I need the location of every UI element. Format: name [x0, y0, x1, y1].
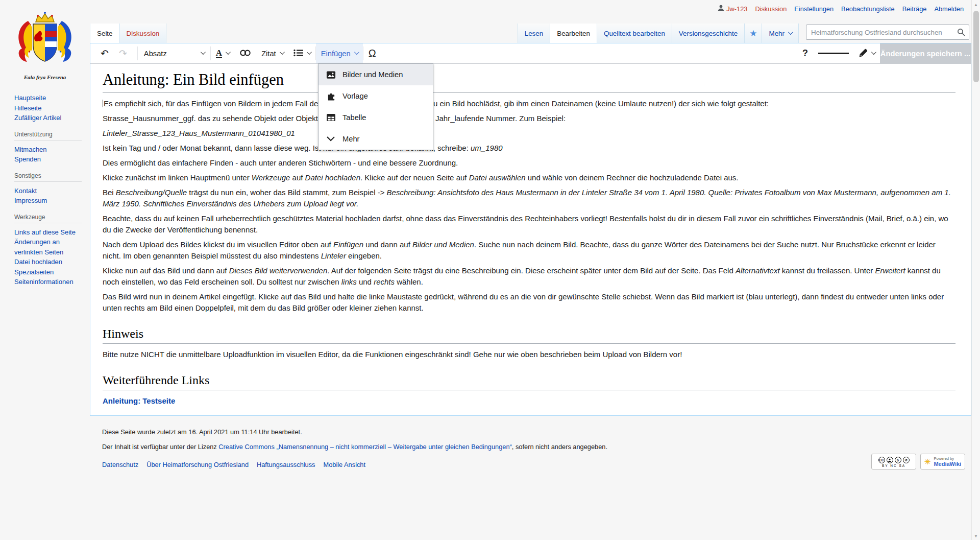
preferences-link[interactable]: Einstellungen [794, 5, 834, 13]
footer-links: Datenschutz Über Heimatforschung Ostfrie… [102, 461, 971, 468]
sidebar-item-datei-hochladen[interactable]: Datei hochladen [14, 257, 85, 267]
logout-link[interactable]: Abmelden [934, 5, 964, 13]
username-link[interactable]: Jw-123 [726, 5, 747, 13]
sidebar-item-seiteninformationen[interactable]: Seiteninformationen [14, 277, 85, 287]
sidebar-item-impressum[interactable]: Impressum [14, 196, 85, 206]
scroll-up-arrow[interactable]: ▲ [972, 0, 980, 7]
puzzle-icon [326, 91, 336, 101]
sidebar-item-links-auf-diese-seite[interactable]: Links auf diese Seite [14, 227, 85, 238]
scrollbar-thumb[interactable] [973, 11, 979, 82]
pencil-icon [859, 49, 868, 59]
chevron-down-icon [871, 50, 876, 55]
page-options-menu-icon[interactable] [813, 43, 854, 63]
text-style-dropdown[interactable]: A [211, 43, 234, 63]
editor-surface[interactable]: Anleitung: Ein Bild einfügen Es empfiehl… [90, 64, 971, 407]
paragraph[interactable]: Bei Beschreibung/Quelle trägst du nun ei… [103, 187, 955, 209]
watch-star-icon[interactable]: ★ [744, 24, 762, 43]
paragraph[interactable]: Strasse_Hausnummer_ggf. das zu sehende O… [103, 113, 955, 124]
tab-mehr[interactable]: Mehr [762, 24, 799, 43]
scroll-down-arrow[interactable]: ▼ [972, 531, 980, 538]
nav-heading: Werkzeuge [14, 214, 82, 223]
search-icon[interactable] [957, 28, 965, 38]
sidebar-item-spenden[interactable]: Spenden [14, 154, 85, 165]
paragraph[interactable]: Bitte nutze NICHT die unmittelbare Uploa… [103, 349, 955, 360]
text-style-icon: A [216, 49, 222, 58]
sidebar-item-spezialseiten[interactable]: Spezialseiten [14, 267, 85, 277]
menu-item-bilder-und-medien[interactable]: Bilder und Medien [318, 64, 433, 85]
tab-quelltext-bearbeiten[interactable]: Quelltext bearbeiten [597, 24, 672, 43]
nav-group-unterstuetzung: Unterstützung Mitmachen Spenden [14, 131, 85, 165]
tab-seite[interactable]: Seite [90, 24, 119, 43]
cite-dropdown[interactable]: Zitat [256, 43, 288, 63]
list-structure-dropdown[interactable] [288, 43, 315, 63]
menu-item-tabelle[interactable]: Tabelle [318, 107, 433, 128]
chevron-down-icon [788, 30, 793, 35]
user-talk-link[interactable]: Diskussion [755, 5, 787, 13]
section-heading-hinweis[interactable]: Hinweis [103, 327, 955, 344]
paragraph[interactable]: Nach dem Upload des Bildes klickst du im… [103, 239, 955, 262]
nav-heading: Unterstützung [14, 131, 82, 140]
footer-link-datenschutz[interactable]: Datenschutz [102, 461, 138, 468]
user-link[interactable]: Jw-123 [718, 5, 747, 13]
watchlist-link[interactable]: Beobachtungsliste [841, 5, 895, 13]
footer-link-ueber[interactable]: Über Heimatforschung Ostfriesland [146, 461, 249, 468]
sidebar: Eala frya Fresena Hauptseite Hilfeseite … [0, 0, 90, 295]
chevron-down-icon [354, 50, 359, 55]
tab-versionsgeschichte[interactable]: Versionsgeschichte [672, 24, 744, 43]
paragraph[interactable]: Ist kein Tag und / oder Monat bekannt, d… [103, 143, 955, 154]
paragraph[interactable]: Es empfiehlt sich, für das Einfügen von … [103, 98, 955, 109]
license-text: Der Inhalt ist verfügbar unter der Lizen… [102, 443, 971, 451]
paragraph[interactable]: Klicke zunächst im linken Hauptmenü unte… [103, 172, 955, 183]
section-heading-weiterfuehrende-links[interactable]: Weiterführende Links [103, 373, 955, 390]
footer-link-haftungsausschluss[interactable]: Haftungsausschluss [257, 461, 315, 468]
sidebar-item-hilfeseite[interactable]: Hilfeseite [14, 103, 85, 113]
page-title[interactable]: Anleitung: Ein Bild einfügen [103, 71, 955, 93]
paragraph-format-label: Absatz [144, 50, 167, 58]
tab-lesen[interactable]: Lesen [518, 24, 550, 43]
sidebar-item-kontakt[interactable]: Kontakt [14, 186, 85, 196]
menu-item-label: Bilder und Medien [342, 71, 403, 79]
sidebar-item-aenderungen-an-verlinkten-seiten[interactable]: Änderungen an verlinkten Seiten [14, 237, 85, 257]
tab-diskussion[interactable]: Diskussion [119, 24, 167, 43]
sidebar-item-hauptseite[interactable]: Hauptseite [14, 93, 85, 103]
paragraph[interactable]: Beachte, dass du auf keinen Fall urheber… [103, 213, 955, 236]
sidebar-item-mitmachen[interactable]: Mitmachen [14, 145, 85, 155]
contributions-link[interactable]: Beiträge [902, 5, 927, 13]
search-box [806, 25, 969, 40]
cc-badge-text: BY NC SA [882, 464, 905, 467]
vertical-scrollbar[interactable]: ▲ ▼ [971, 0, 980, 540]
link-button[interactable] [234, 43, 256, 63]
license-link[interactable]: Creative Commons „Namensnennung – nicht … [218, 443, 512, 451]
mediawiki-badge[interactable]: ✳ Powered by MediaWiki [920, 454, 965, 469]
menu-item-vorlage[interactable]: Vorlage [318, 85, 433, 107]
menu-item-mehr[interactable]: Mehr [318, 128, 433, 150]
sidebar-nav: Hauptseite Hilfeseite Zufälliger Artikel… [0, 86, 90, 287]
special-character-button[interactable]: Ω [363, 43, 381, 63]
internal-link-anleitung-testseite[interactable]: Anleitung: Testseite [103, 395, 955, 407]
paragraph[interactable]: Linteler_Strasse_123_Haus_Mustermann_010… [103, 128, 955, 139]
paragraph[interactable]: Dies ermöglicht das einfachere Finden - … [103, 157, 955, 169]
editor-switch-dropdown[interactable] [854, 43, 880, 63]
insert-dropdown[interactable]: Einfügen [316, 43, 363, 63]
sidebar-item-zufaelliger-artikel[interactable]: Zufälliger Artikel [14, 113, 85, 123]
coat-of-arms [13, 8, 77, 73]
cc-license-badge[interactable]: CC $ ↺ BY NC SA [871, 454, 916, 469]
logo-motto: Eala frya Fresena [24, 74, 66, 80]
mediawiki-flower-icon: ✳ [924, 457, 931, 466]
menu-item-label: Mehr [342, 135, 359, 143]
paragraph-format-dropdown[interactable]: Absatz [138, 43, 210, 63]
footer-link-mobile-ansicht[interactable]: Mobile Ansicht [324, 461, 366, 468]
view-tabs: Lesen Bearbeiten Quelltext bearbeiten Ve… [518, 24, 799, 43]
paragraph[interactable]: Klicke nun auf das Bild und dann auf Die… [103, 265, 955, 288]
page-footer: Diese Seite wurde zuletzt am 16. April 2… [90, 420, 971, 468]
save-changes-button[interactable]: Änderungen speichern ... [880, 43, 971, 63]
cc-nc-icon: $ [895, 457, 901, 463]
search-input[interactable] [806, 25, 969, 40]
chevron-down-icon [226, 50, 231, 55]
wiki-logo[interactable]: Eala frya Fresena [0, 0, 90, 86]
undo-button[interactable]: ↶ [95, 43, 114, 63]
paragraph[interactable]: Das Bild wird nun in deinem Artikel eing… [103, 291, 955, 314]
text-cursor [103, 100, 103, 107]
help-button[interactable]: ? [797, 43, 813, 63]
tab-bearbeiten[interactable]: Bearbeiten [550, 24, 597, 43]
